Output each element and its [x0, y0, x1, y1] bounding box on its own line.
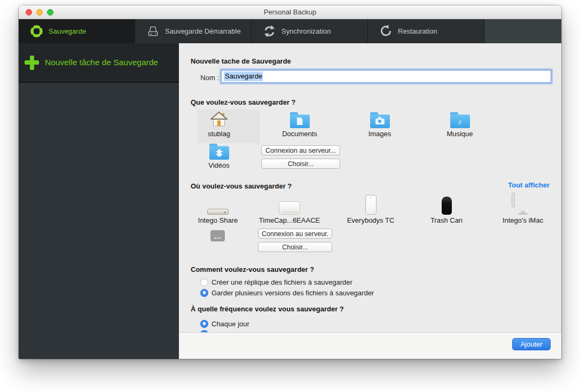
- tab-restauration[interactable]: Restauration: [368, 19, 484, 43]
- dest-item-label: Intego Share: [198, 216, 238, 224]
- task-name-input[interactable]: Sauvegarde: [221, 70, 551, 83]
- radio-button[interactable]: [200, 289, 208, 297]
- app-window: Personal Backup Sauvegarde Sauvegarde Dé…: [19, 5, 561, 359]
- task-name-value: Sauvegarde: [224, 72, 263, 81]
- music-folder-icon: ♪: [450, 110, 470, 128]
- network-share-icon: [207, 193, 229, 215]
- source-item-images[interactable]: Images: [350, 110, 409, 138]
- tab-label: Sauvegarde: [49, 27, 86, 35]
- what-heading: Que voulez-vous sauvegarder ?: [191, 98, 296, 106]
- tab-sauvegarde-demarrable[interactable]: Sauvegarde Démarrable: [135, 19, 252, 43]
- time-capsule-icon: [279, 193, 300, 215]
- radio-versions[interactable]: Garder plusieurs versions des fichiers à…: [200, 289, 374, 297]
- dest-item-label: TimeCap...6EAACE: [259, 216, 320, 224]
- source-item-label: Musique: [446, 130, 473, 138]
- tab-label: Synchronization: [281, 27, 331, 35]
- dest-item-intego-share[interactable]: Intego Share: [189, 193, 247, 224]
- frequency-heading: À quelle fréquence voulez vous sauvegard…: [191, 305, 344, 313]
- restore-arrow-icon: [379, 24, 393, 38]
- minimize-button[interactable]: [36, 9, 43, 15]
- zoom-button[interactable]: [47, 9, 53, 15]
- tab-sauvegarde[interactable]: Sauvegarde: [19, 19, 135, 43]
- how-heading: Comment voulez-vous sauvegarder ?: [191, 265, 314, 273]
- toolbar: Sauvegarde Sauvegarde Démarrable: [19, 19, 561, 43]
- source-item-label: Vidéos: [208, 161, 230, 169]
- form-title: Nouvelle tache de Sauvegarde: [191, 57, 291, 65]
- documents-folder-icon: [290, 110, 310, 128]
- source-item-videos[interactable]: Vidéos: [190, 142, 248, 169]
- tab-label: Restauration: [398, 27, 437, 35]
- toolbar-filler: [484, 19, 561, 43]
- main-content: Nouvelle tache de Sauvegarde Nom : Sauve…: [179, 43, 561, 332]
- source-item-label: Documents: [282, 130, 317, 138]
- choose-button-dest[interactable]: Choisir...: [258, 242, 332, 252]
- backup-ring-icon: [29, 24, 44, 38]
- connect-server-button-source[interactable]: Connexion au serveur...: [261, 145, 340, 155]
- new-backup-task-button[interactable]: Nouvelle tâche de Sauvegarde: [19, 43, 179, 83]
- bootable-drive-icon: [146, 24, 160, 38]
- dest-item-label: Trash Can: [430, 216, 463, 224]
- new-backup-task-label: Nouvelle tâche de Sauvegarde: [45, 58, 158, 67]
- titlebar: Personal Backup: [19, 5, 561, 19]
- radio-daily[interactable]: Chaque jour: [200, 320, 249, 328]
- imac-icon: [512, 193, 534, 215]
- more-destinations-button[interactable]: …: [210, 230, 225, 241]
- source-item-documents[interactable]: Documents: [270, 110, 329, 138]
- radio-label: Chaque jour: [211, 320, 249, 328]
- videos-folder-icon: [209, 142, 229, 160]
- radio-label: Créer une réplique des fichiers à sauveg…: [211, 278, 352, 286]
- sync-arrows-icon: [262, 24, 277, 38]
- source-item-music[interactable]: ♪ Musique: [430, 110, 489, 138]
- plus-icon: [25, 56, 39, 70]
- dest-item-trash-can[interactable]: Trash Can: [417, 193, 476, 224]
- radio-button[interactable]: [200, 278, 208, 286]
- dest-item-label: Everybodys TC: [347, 216, 395, 224]
- mac-pro-icon: [442, 193, 452, 215]
- tab-synchronization[interactable]: Synchronization: [252, 19, 368, 43]
- dest-item-imac[interactable]: Intego’s iMac: [493, 193, 552, 224]
- close-button[interactable]: [26, 9, 32, 15]
- images-folder-icon: [370, 110, 390, 128]
- name-label: Nom :: [191, 74, 219, 82]
- footer-bar: Ajouter: [179, 332, 561, 359]
- add-button[interactable]: Ajouter: [512, 338, 551, 350]
- tower-device-icon: [365, 193, 377, 215]
- dest-item-time-capsule[interactable]: TimeCap...6EAACE: [260, 193, 319, 224]
- dest-item-everybodys-tc[interactable]: Everybodys TC: [341, 193, 400, 224]
- source-item-home[interactable]: stublag: [190, 110, 248, 138]
- sidebar: Nouvelle tâche de Sauvegarde: [19, 43, 179, 359]
- choose-button-source[interactable]: Choisir...: [261, 159, 340, 169]
- radio-button[interactable]: [200, 320, 208, 328]
- window-title: Personal Backup: [19, 8, 561, 16]
- radio-replica[interactable]: Créer une réplique des fichiers à sauveg…: [200, 278, 352, 286]
- tab-label: Sauvegarde Démarrable: [165, 27, 241, 35]
- source-item-label: Images: [369, 130, 391, 138]
- show-all-link[interactable]: Tout afficher: [508, 181, 550, 189]
- dest-item-label: Intego’s iMac: [503, 216, 543, 224]
- home-icon: [209, 110, 229, 128]
- radio-label: Garder plusieurs versions des fichiers à…: [211, 289, 374, 297]
- where-heading: Où voulez-vous sauvegarder ?: [191, 182, 292, 190]
- connect-server-button-dest[interactable]: Connexion au serveur.: [258, 229, 332, 239]
- source-item-label: stublag: [208, 130, 230, 138]
